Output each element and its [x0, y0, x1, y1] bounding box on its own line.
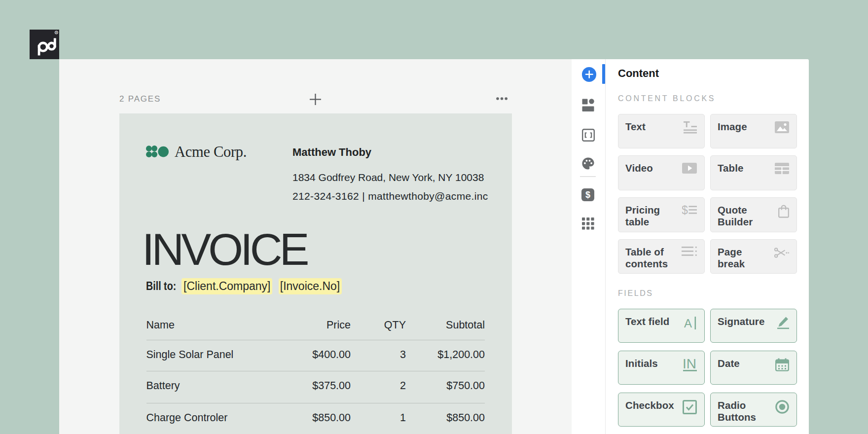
svg-text:IN: IN [683, 358, 696, 371]
svg-text:R: R [56, 31, 58, 34]
svg-text:A: A [684, 317, 692, 329]
svg-text:$: $ [682, 205, 688, 215]
